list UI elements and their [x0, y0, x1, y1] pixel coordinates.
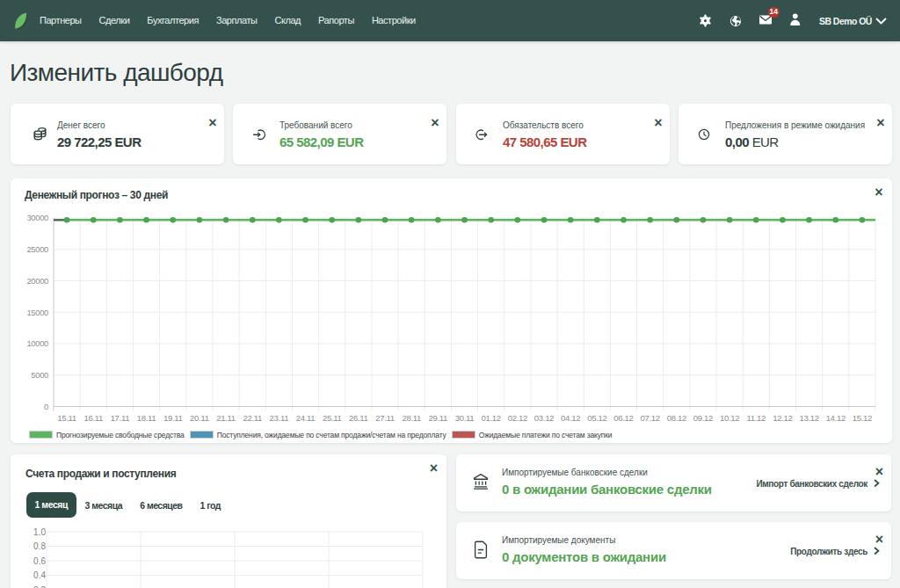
svg-text:14.12: 14.12	[826, 413, 846, 423]
svg-text:04.12: 04.12	[561, 413, 580, 423]
svg-text:11.12: 11.12	[746, 413, 766, 423]
svg-text:02.12: 02.12	[508, 413, 527, 423]
svg-text:0: 0	[44, 402, 48, 411]
svg-text:22.11: 22.11	[243, 413, 262, 423]
svg-text:10000: 10000	[26, 338, 48, 348]
svg-text:12.12: 12.12	[773, 413, 792, 423]
svg-text:17.11: 17.11	[111, 413, 130, 423]
svg-text:1.0: 1.0	[33, 527, 46, 537]
svg-text:15.12: 15.12	[853, 413, 872, 423]
svg-text:19.11: 19.11	[163, 413, 183, 423]
svg-text:10.12: 10.12	[720, 413, 739, 423]
svg-text:15000: 15000	[26, 308, 48, 317]
svg-text:16.11: 16.11	[83, 413, 103, 423]
svg-text:23.11: 23.11	[270, 413, 289, 423]
svg-text:0.4: 0.4	[33, 570, 46, 580]
svg-text:20.11: 20.11	[190, 413, 209, 423]
svg-text:27.11: 27.11	[375, 413, 395, 423]
svg-text:5000: 5000	[31, 370, 48, 380]
svg-text:20000: 20000	[26, 276, 48, 286]
svg-text:30.11: 30.11	[455, 413, 475, 423]
svg-text:25.11: 25.11	[323, 413, 342, 423]
svg-text:21.11: 21.11	[216, 413, 236, 423]
svg-text:0.8: 0.8	[33, 541, 46, 551]
svg-text:0.6: 0.6	[33, 556, 46, 566]
svg-text:13.12: 13.12	[799, 413, 818, 423]
svg-text:25000: 25000	[26, 244, 48, 254]
svg-text:28.11: 28.11	[402, 413, 421, 423]
svg-text:08.12: 08.12	[667, 413, 686, 423]
svg-text:05.12: 05.12	[587, 413, 606, 423]
svg-text:29.11: 29.11	[429, 413, 448, 423]
svg-text:26.11: 26.11	[349, 413, 368, 423]
svg-text:09.12: 09.12	[693, 413, 713, 423]
svg-text:24.11: 24.11	[296, 413, 316, 423]
svg-text:06.12: 06.12	[613, 413, 633, 423]
svg-text:30000: 30000	[26, 213, 48, 222]
svg-text:18.11: 18.11	[137, 413, 156, 423]
svg-text:07.12: 07.12	[640, 413, 659, 423]
svg-text:01.12: 01.12	[482, 413, 501, 423]
svg-text:15.11: 15.11	[57, 413, 76, 423]
svg-text:03.12: 03.12	[534, 413, 554, 423]
